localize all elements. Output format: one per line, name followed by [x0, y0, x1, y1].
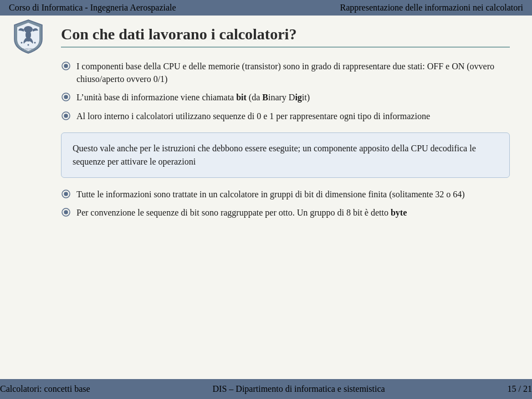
footer-left: Calcolatori: concetti base [0, 384, 90, 394]
highlight-box: Questo vale anche per le istruzioni che … [61, 132, 510, 178]
header-right: Rappresentazione delle informazioni nei … [340, 3, 523, 13]
bullet-text-3: Al loro interno i calcolatori utilizzano… [76, 110, 510, 122]
bullet-item-3: Al loro interno i calcolatori utilizzano… [61, 110, 510, 122]
bullet-item-1: I componenti base della CPU e delle memo… [61, 60, 510, 85]
bullet-item-4: Tutte le informazioni sono trattate in u… [61, 188, 510, 201]
bottom-bar: Calcolatori: concetti base DIS – Diparti… [0, 379, 532, 399]
bullet-icon-2 [61, 92, 71, 102]
bullet-text-4: Tutte le informazioni sono trattate in u… [76, 188, 510, 201]
bullet-item-2: L’unità base di informazione viene chiam… [61, 91, 510, 104]
university-logo: POLITECNICO [9, 16, 48, 57]
bullet-list-2: Tutte le informazioni sono trattate in u… [61, 188, 510, 219]
bullet-list-1: I componenti base della CPU e delle memo… [61, 60, 510, 122]
svg-point-9 [64, 95, 68, 99]
svg-point-11 [64, 114, 68, 117]
svg-point-15 [64, 211, 68, 214]
highlight-text: Questo vale anche per le istruzioni che … [73, 144, 476, 166]
svg-point-4 [34, 42, 36, 44]
top-bar: Corso di Informatica - Ingegneria Aerosp… [0, 0, 532, 16]
svg-point-1 [25, 30, 31, 39]
footer-center: DIS – Dipartimento di informatica e sist… [213, 384, 385, 394]
bullet-icon-4 [61, 189, 71, 199]
svg-point-3 [28, 44, 29, 46]
footer-right: 15 / 21 [508, 384, 532, 394]
bullet-icon-3 [61, 111, 71, 121]
svg-point-13 [64, 192, 68, 196]
svg-text:POLITECNICO: POLITECNICO [21, 48, 35, 50]
bullet-text-1: I componenti base della CPU e delle memo… [76, 60, 510, 85]
header-left: Corso di Informatica - Ingegneria Aerosp… [9, 3, 176, 13]
bullet-text-5: Per convenzione le sequenze di bit sono … [76, 206, 510, 219]
bullet-text-2: L’unità base di informazione viene chiam… [76, 91, 510, 104]
svg-point-2 [21, 42, 23, 44]
slide-content: Con che dati lavorano i calcolatori? I c… [50, 16, 532, 379]
bullet-icon-1 [61, 61, 71, 71]
bullet-item-5: Per convenzione le sequenze di bit sono … [61, 206, 510, 219]
bullet-icon-5 [61, 207, 71, 217]
svg-point-7 [64, 64, 68, 68]
slide-title: Con che dati lavorano i calcolatori? [61, 25, 510, 48]
